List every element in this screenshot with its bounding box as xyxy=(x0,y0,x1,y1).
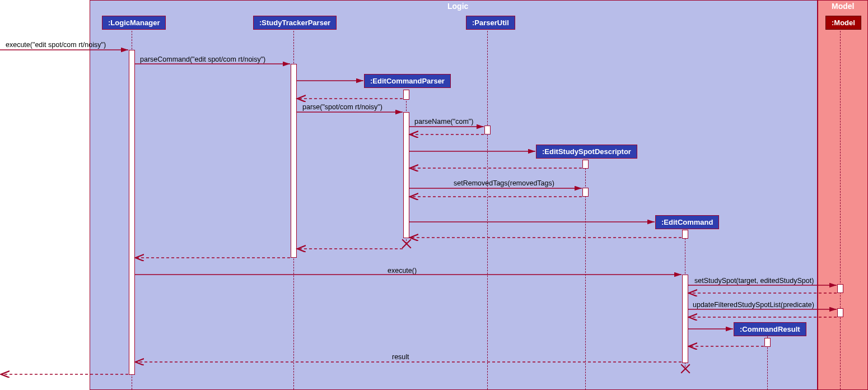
msg-setremovedtags: setRemovedTags(removedTags) xyxy=(454,179,554,187)
msg-result: result xyxy=(392,353,409,361)
activation-editcommand-1 xyxy=(682,230,688,239)
activation-model-1 xyxy=(837,284,843,293)
activation-descriptor-1 xyxy=(582,160,589,169)
msg-updatefiltered: updateFilteredStudySpotList(predicate) xyxy=(693,301,814,309)
activation-parser-util xyxy=(484,126,491,134)
participant-study-tracker-parser: :StudyTrackerParser xyxy=(253,16,337,30)
destroy-edit-command-icon xyxy=(679,363,691,375)
participant-model: :Model xyxy=(825,16,861,30)
package-model-label: Model xyxy=(832,2,854,11)
msg-parse: parse("spot/com rt/noisy") xyxy=(302,103,382,111)
lifeline-model xyxy=(840,31,841,389)
participant-parser-util: :ParserUtil xyxy=(466,16,515,30)
destroy-edit-command-parser-icon xyxy=(400,238,412,250)
activation-command-result xyxy=(764,338,771,347)
package-model: Model xyxy=(818,0,868,390)
activation-edit-command-parser-1 xyxy=(403,90,409,100)
participant-command-result: :CommandResult xyxy=(734,322,806,336)
msg-setstudyspot: setStudySpot(target, editedStudySpot) xyxy=(694,277,814,285)
msg-execute-1: execute("edit spot/com rt/noisy") xyxy=(6,41,106,49)
msg-execute-2: execute() xyxy=(388,267,417,275)
sequence-diagram: Logic Model :LogicManager :StudyTrackerP… xyxy=(0,0,868,390)
activation-model-2 xyxy=(837,308,843,317)
activation-study-tracker-parser xyxy=(291,64,297,258)
activation-editcommand-2 xyxy=(682,275,688,363)
activation-edit-command-parser-2 xyxy=(403,112,409,238)
activation-descriptor-2 xyxy=(582,188,589,197)
participant-edit-command: :EditCommand xyxy=(655,215,719,229)
lifeline-parser-util xyxy=(487,31,488,389)
msg-parsename: parseName("com") xyxy=(414,118,473,126)
participant-edit-command-parser: :EditCommandParser xyxy=(364,74,451,88)
participant-logic-manager: :LogicManager xyxy=(102,16,166,30)
msg-parsecommand: parseCommand("edit spot/com rt/noisy") xyxy=(140,55,265,63)
activation-logic-manager xyxy=(129,50,135,375)
participant-edit-study-spot-descriptor: :EditStudySpotDescriptor xyxy=(536,145,637,159)
package-logic-label: Logic xyxy=(447,2,468,11)
